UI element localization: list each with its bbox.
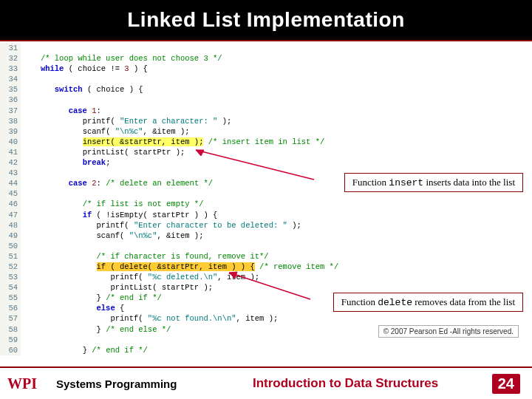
code-line: 36 [0, 95, 532, 105]
code-content: printList( startPtr ); [21, 147, 185, 157]
line-number: 42 [0, 157, 21, 168]
code-line: 49 scanf( "\n%c", &item ); [0, 231, 532, 241]
line-number: 54 [0, 282, 21, 293]
code-content: switch ( choice ) { [21, 84, 143, 95]
code-line: 37 case 1: [0, 106, 532, 116]
code-line: 34 [0, 74, 532, 84]
callout-delete: Function delete removes data from the li… [333, 293, 523, 312]
line-number: 38 [0, 116, 21, 126]
code-content: case 1: [21, 106, 101, 116]
code-line: 57 printf( "%c not found.\n\n", item ); [0, 313, 532, 324]
line-number: 59 [0, 335, 21, 345]
line-number: 51 [0, 251, 21, 262]
line-number: 49 [0, 231, 21, 241]
wpi-logo: WPI [6, 373, 47, 394]
line-number: 37 [0, 106, 21, 116]
arrow-delete [225, 269, 314, 303]
footer-left: Systems Programming [56, 378, 177, 390]
page-number: 24 [492, 374, 520, 394]
svg-marker-1 [196, 150, 204, 156]
line-number: 33 [0, 64, 21, 74]
code-content: printf( "Enter character to be deleted: … [21, 220, 301, 231]
callout-code: insert [389, 177, 423, 188]
code-content: scanf( "\n%c", &item ); [21, 231, 203, 241]
svg-text:WPI: WPI [7, 375, 37, 392]
callout-text: Function [352, 177, 389, 188]
code-content: printf( "%c deleted.\n", item ); [21, 272, 259, 282]
copyright-notice: © 2007 Pearson Ed -All rights reserved. [378, 325, 519, 338]
svg-line-2 [229, 273, 310, 299]
line-number: 39 [0, 126, 21, 137]
line-number: 58 [0, 324, 21, 335]
code-line: 39 scanf( "\n%c", &item ); [0, 126, 532, 137]
line-number: 52 [0, 262, 21, 272]
code-content: /* loop while user does not choose 3 */ [21, 53, 222, 64]
code-line: 40 insert( &startPtr, item ); /* insert … [0, 137, 532, 147]
code-line: 50 [0, 241, 532, 251]
page-title: Linked List Implementation [127, 8, 404, 32]
code-content: } /* end if */ [21, 293, 162, 303]
code-line: 38 printf( "Enter a character: " ); [0, 116, 532, 126]
callout-text: Function [341, 296, 378, 307]
code-content: else { [21, 303, 124, 313]
line-number: 57 [0, 313, 21, 324]
line-number: 36 [0, 95, 21, 105]
code-content: /* if list is not empty */ [21, 199, 203, 209]
line-number: 45 [0, 188, 21, 199]
code-content: } /* end if */ [21, 345, 148, 355]
line-number: 34 [0, 74, 21, 84]
svg-marker-3 [229, 272, 237, 279]
footer-center: Introduction to Data Structures [177, 376, 491, 391]
code-content: } /* end else */ [21, 324, 171, 335]
code-line: 47 if ( !isEmpty( startPtr ) ) { [0, 210, 532, 220]
code-line: 46 /* if list is not empty */ [0, 199, 532, 209]
line-number: 46 [0, 199, 21, 209]
callout-insert: Function insert inserts data into the li… [344, 173, 523, 192]
code-content: /* if character is found, remove it*/ [21, 251, 269, 262]
line-number: 40 [0, 137, 21, 147]
line-number: 53 [0, 272, 21, 282]
code-area: Function insert inserts data into the li… [0, 41, 532, 365]
line-number: 43 [0, 168, 21, 178]
code-content: case 2: /* delete an element */ [21, 178, 213, 188]
line-number: 48 [0, 220, 21, 231]
line-number: 56 [0, 303, 21, 313]
code-line: 60 } /* end if */ [0, 345, 532, 355]
code-content: insert( &startPtr, item ); /* insert ite… [21, 137, 324, 147]
callout-code: delete [378, 297, 412, 308]
line-number: 35 [0, 84, 21, 95]
svg-line-0 [196, 150, 314, 180]
line-number: 32 [0, 53, 21, 64]
code-line: 35 switch ( choice ) { [0, 84, 532, 95]
title-bar: Linked List Implementation [0, 0, 532, 41]
code-content: printf( "Enter a character: " ); [21, 116, 231, 126]
code-line: 51 /* if character is found, remove it*/ [0, 251, 532, 262]
code-content: break; [21, 157, 110, 168]
line-number: 55 [0, 293, 21, 303]
code-line: 48 printf( "Enter character to be delete… [0, 220, 532, 231]
line-number: 44 [0, 178, 21, 188]
code-content: scanf( "\n%c", &item ); [21, 126, 190, 137]
code-content: while ( choice != 3 ) { [21, 64, 148, 74]
line-number: 41 [0, 147, 21, 157]
code-content: if ( !isEmpty( startPtr ) ) { [21, 210, 217, 220]
code-content: printList( startPtr ); [21, 282, 213, 293]
line-number: 50 [0, 241, 21, 251]
code-line: 31 [0, 43, 532, 53]
callout-text: inserts data into the list [423, 177, 515, 188]
footer: WPI Systems Programming Introduction to … [0, 366, 532, 399]
line-number: 47 [0, 210, 21, 220]
line-number: 60 [0, 345, 21, 355]
callout-text: removes data from the list [412, 296, 515, 307]
code-content: printf( "%c not found.\n\n", item ); [21, 313, 278, 324]
arrow-insert [192, 146, 318, 183]
code-line: 33 while ( choice != 3 ) { [0, 64, 532, 74]
line-number: 31 [0, 43, 21, 53]
code-line: 32 /* loop while user does not choose 3 … [0, 53, 532, 64]
